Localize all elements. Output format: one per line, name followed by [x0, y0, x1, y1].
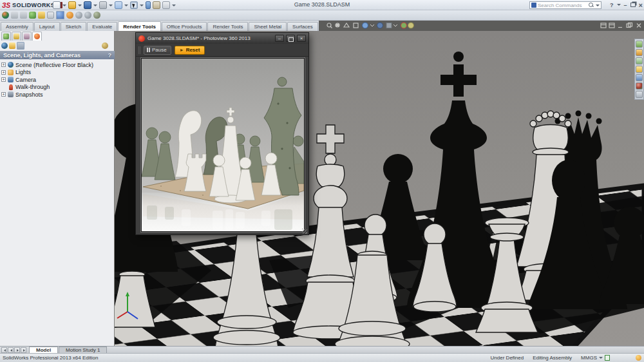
view-lights-icon[interactable]	[9, 43, 15, 49]
pause-button[interactable]: Pause	[144, 46, 171, 55]
last-tab-button[interactable]	[21, 347, 26, 353]
preview-minimize-button[interactable]: –	[275, 35, 284, 42]
camera-icon	[8, 77, 14, 82]
custom-properties-icon[interactable]	[636, 82, 643, 90]
preview-window-title: Game 3028.SLDASM* - Photoview 360 2013	[147, 35, 251, 41]
solidworks-resources-icon[interactable]	[636, 41, 643, 48]
document-recovery-icon[interactable]	[636, 91, 643, 98]
close-doc-icon	[637, 24, 641, 28]
configurationmanager-tab[interactable]	[22, 32, 32, 41]
reset-button[interactable]: ► Reset	[175, 46, 205, 55]
preview-title-bar[interactable]: Game 3028.SLDASM* - Photoview 360 2013 –…	[136, 33, 308, 44]
display-pane-toolbar	[1, 41, 24, 50]
motion-study-tab[interactable]: Motion Study 1	[59, 347, 107, 353]
edition-text: SolidWorks Professional 2013 x64 Edition	[3, 355, 98, 361]
units-selector[interactable]: MMGS	[581, 355, 610, 361]
edit-decal-icon[interactable]	[38, 12, 45, 19]
manager-tab-strip	[1, 32, 42, 41]
tab-office-products[interactable]: Office Products	[162, 22, 207, 31]
next-tab-button[interactable]	[14, 347, 20, 353]
tab-sheet-metal[interactable]: Sheet Metal	[249, 22, 287, 31]
paste-appearance-icon[interactable]	[20, 12, 27, 19]
quick-tips-icon[interactable]	[636, 355, 641, 361]
task-pane-strip	[634, 39, 644, 100]
help-button[interactable]: ?	[610, 2, 614, 8]
expand-icon[interactable]: +	[1, 70, 6, 75]
featuremanager-tab[interactable]	[1, 32, 11, 41]
title-bar: ЗS SOLIDWORKS Game 3028.SLDASM ?	[0, 0, 644, 10]
tab-sketch[interactable]: Sketch	[61, 22, 86, 31]
photoview-preview-window[interactable]: Game 3028.SLDASM* - Photoview 360 2013 –…	[135, 32, 309, 235]
photoview-icon	[138, 35, 145, 42]
tree-item-scene[interactable]: + Scene (Reflective Floor Black)	[1, 61, 113, 69]
target-area-icon[interactable]	[47, 12, 54, 19]
view-scene-icon[interactable]	[1, 43, 8, 49]
appearance-filter-icon[interactable]	[102, 43, 108, 49]
scene-lights-cameras-tree: + Scene (Reflective Floor Black) + Light…	[1, 61, 113, 99]
tab-surfaces[interactable]: Surfaces	[287, 22, 318, 31]
render-region-icon[interactable]	[84, 12, 91, 19]
render-options-icon[interactable]	[93, 12, 100, 19]
previous-view-icon	[344, 23, 349, 27]
preview-maximize-button[interactable]	[286, 35, 295, 42]
final-render-icon[interactable]	[75, 12, 82, 19]
tree-item-lights[interactable]: + Lights	[1, 69, 113, 77]
heads-up-view-toolbar[interactable]	[325, 22, 415, 30]
preview-window-icon[interactable]	[56, 11, 64, 19]
prev-tab-button[interactable]	[8, 347, 14, 353]
cascade-windows-icon	[609, 23, 614, 28]
search-icon[interactable]	[589, 3, 594, 8]
model-tab[interactable]: Model	[29, 347, 58, 353]
close-button[interactable]: ×	[639, 1, 643, 9]
display-style-icon	[377, 23, 383, 28]
tree-item-walkthrough[interactable]: Walk-through	[1, 84, 113, 91]
copy-appearance-icon[interactable]	[11, 12, 18, 19]
panel-header: Scene, Lights, and Cameras ?	[0, 51, 115, 59]
restore-button[interactable]	[630, 3, 636, 7]
tab-render-tools-2[interactable]: Render Tools	[207, 22, 248, 31]
minimize-button[interactable]: –	[624, 2, 627, 8]
design-library-icon[interactable]	[636, 49, 643, 56]
tab-evaluate[interactable]: Evaluate	[87, 22, 117, 31]
tab-nav-buttons	[1, 347, 26, 353]
edit-appearance-icon[interactable]	[2, 12, 9, 19]
propertymanager-tab[interactable]	[12, 32, 21, 41]
search-input[interactable]	[538, 3, 589, 8]
panel-help-icon[interactable]: ?	[108, 52, 112, 59]
display-manager-panel: Scene, Lights, and Cameras ? + Scene (Re…	[0, 31, 115, 346]
tree-item-snapshots[interactable]: + Snapshots	[1, 91, 113, 99]
help-dropdown[interactable]	[617, 4, 621, 6]
tree-item-camera[interactable]: + Camera	[1, 76, 113, 84]
first-tab-button[interactable]	[1, 347, 7, 353]
toolbar-grip	[138, 46, 140, 54]
tab-layout[interactable]: Layout	[34, 22, 60, 31]
search-commands-box[interactable]	[529, 1, 601, 9]
tag-icon[interactable]	[605, 355, 610, 361]
displaymanager-tab[interactable]	[32, 32, 42, 41]
search-scope-icon	[531, 3, 536, 8]
edit-scene-icon[interactable]	[29, 12, 36, 19]
file-explorer-icon[interactable]	[636, 57, 643, 64]
integrated-preview-icon[interactable]	[66, 12, 73, 19]
view-orientation-icon	[363, 23, 368, 28]
render-tools-toolbar	[0, 10, 644, 21]
walkthrough-icon	[9, 84, 13, 90]
view-palette-icon[interactable]	[636, 66, 643, 73]
units-dropdown-icon[interactable]	[599, 357, 603, 359]
expand-icon[interactable]: +	[1, 62, 6, 67]
expand-icon[interactable]: +	[1, 77, 6, 82]
status-bar: SolidWorks Professional 2013 x64 Edition…	[0, 353, 644, 362]
resize-grip[interactable]	[302, 229, 307, 234]
document-window-controls[interactable]	[600, 22, 643, 30]
tab-assembly[interactable]: Assembly	[1, 22, 33, 31]
model-tab-bar: Model Motion Study 1	[0, 346, 644, 353]
view-cameras-icon[interactable]	[17, 42, 24, 50]
appearances-scenes-icon[interactable]	[636, 74, 643, 81]
lights-icon	[8, 70, 14, 75]
apply-scene-icon	[408, 23, 414, 28]
search-dropdown[interactable]	[596, 5, 600, 6]
commandmanager-tab-row: Assembly Layout Sketch Evaluate Render T…	[0, 21, 644, 31]
preview-close-button[interactable]: ×	[297, 35, 306, 42]
expand-icon[interactable]: +	[1, 92, 6, 97]
tab-render-tools[interactable]: Render Tools	[118, 21, 161, 31]
